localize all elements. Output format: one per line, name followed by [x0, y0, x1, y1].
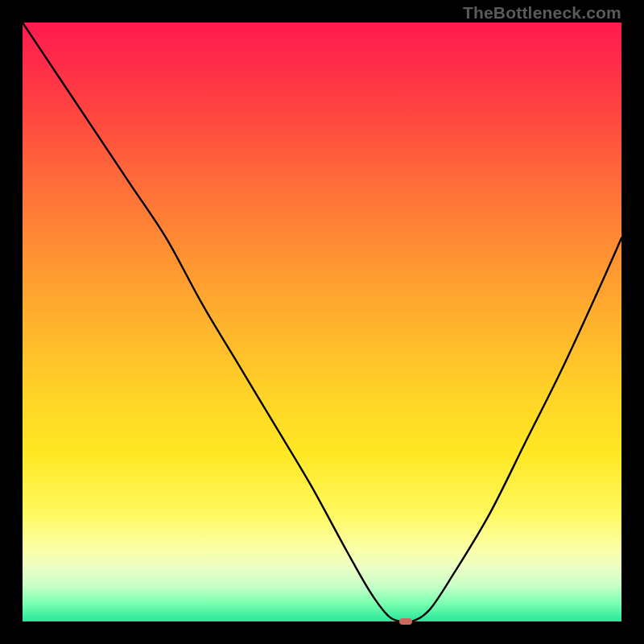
bottleneck-curve [23, 23, 621, 621]
chart-frame: TheBottleneck.com [0, 0, 644, 644]
optimum-marker [399, 618, 412, 625]
watermark-text: TheBottleneck.com [463, 3, 621, 23]
plot-area [23, 23, 621, 621]
